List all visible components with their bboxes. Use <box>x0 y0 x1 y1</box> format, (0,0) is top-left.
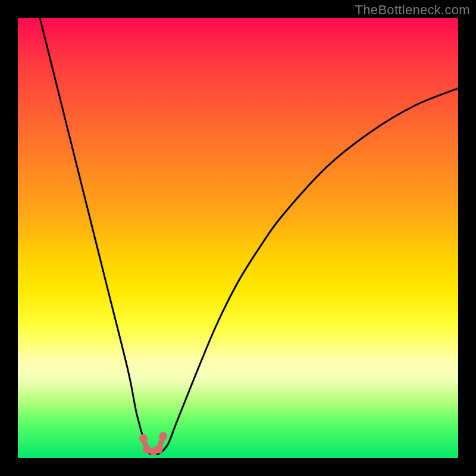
watermark-text: TheBottleneck.com <box>355 2 470 18</box>
plot-area <box>18 18 458 458</box>
curve-svg <box>18 18 458 458</box>
bottleneck-curve <box>40 18 458 455</box>
marker-dot <box>139 434 148 443</box>
marker-dot <box>159 432 167 440</box>
chart-frame: TheBottleneck.com <box>0 0 476 476</box>
marker-dot <box>155 445 163 453</box>
